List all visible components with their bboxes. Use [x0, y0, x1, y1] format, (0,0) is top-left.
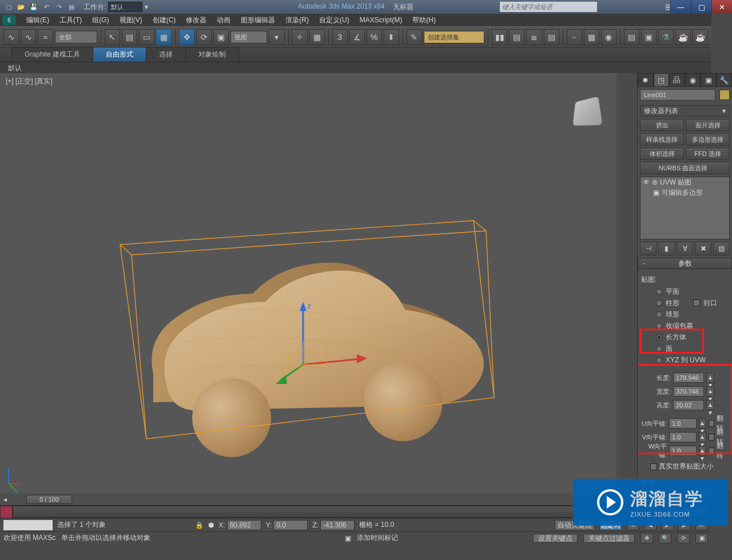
modifier-stack[interactable]: 👁⊕UVW 贴图 ▣可编辑多边形	[640, 177, 730, 239]
link-icon[interactable]: ∿	[3, 29, 19, 45]
menu-animation[interactable]: 动画	[212, 14, 235, 26]
ribbon-tab-graphite[interactable]: Graphite 建模工具	[11, 47, 93, 62]
pin-stack-icon[interactable]: ⊣	[640, 242, 657, 255]
menu-views[interactable]: 视图(V)	[115, 14, 147, 26]
radio-box[interactable]: 长方体	[641, 331, 729, 343]
radio-sphere[interactable]: 球形	[641, 309, 729, 320]
ribbon-tab-freeform[interactable]: 自由形式	[93, 47, 146, 62]
menu-edit[interactable]: 编辑(E)	[22, 14, 54, 26]
radio-xyz[interactable]: XYZ 到 UVW	[641, 354, 729, 366]
render-icon[interactable]: ⚗	[658, 29, 674, 45]
btn-spline-select[interactable]: 样条线选择	[640, 133, 684, 146]
time-slider-knob[interactable]: 0 / 100	[26, 495, 72, 504]
manip-icon[interactable]: ✧	[292, 29, 307, 45]
isolate-icon[interactable]: ⬢	[208, 521, 214, 529]
workspace-select[interactable]: 默认	[108, 2, 142, 12]
rollout-params[interactable]: 参数	[638, 258, 732, 269]
nav-zoom-icon[interactable]: 🔍	[659, 533, 671, 543]
tag-icon[interactable]: ▣	[345, 534, 351, 542]
ref-coord-select[interactable]: 视图	[230, 31, 267, 43]
teapot-icon[interactable]: ☕	[675, 29, 691, 45]
rotate-icon[interactable]: ⟳	[196, 29, 212, 45]
keymode-icon[interactable]: ▦	[309, 29, 325, 45]
menu-tools[interactable]: 工具(T)	[55, 14, 86, 26]
key-mode-icon[interactable]	[0, 506, 13, 518]
material-editor-icon[interactable]: ◉	[601, 29, 616, 45]
length-input[interactable]: 178.946	[673, 373, 704, 383]
new-icon[interactable]: ▢	[3, 2, 14, 12]
teapot2-icon[interactable]: ☕	[693, 29, 708, 45]
curve-editor-icon[interactable]: ⌁	[567, 29, 582, 45]
menu-help[interactable]: 帮助(H)	[408, 14, 440, 26]
make-unique-icon[interactable]: ∀	[677, 242, 693, 255]
pivot-icon[interactable]: ▾	[269, 29, 284, 45]
width-spinner[interactable]: ▴▾	[706, 386, 714, 397]
scale-icon[interactable]: ▣	[213, 29, 229, 45]
object-name-input[interactable]: Line001	[640, 89, 715, 101]
menu-customize[interactable]: 自定义(U)	[315, 14, 354, 26]
transform-gizmo[interactable]: z x y	[280, 302, 372, 393]
ribbon-tab-selection[interactable]: 选择	[146, 47, 186, 62]
btn-patch-select[interactable]: 面片选择	[686, 119, 730, 131]
layer-manager-icon[interactable]: ▤	[544, 29, 559, 45]
spinner-snap-icon[interactable]: ⬍	[384, 29, 399, 45]
coord-x-input[interactable]: 60.892	[227, 520, 261, 530]
radio-shrink[interactable]: 收缩包裹	[641, 320, 729, 331]
object-color-swatch[interactable]	[719, 90, 730, 100]
named-sets-icon[interactable]: ✎	[407, 29, 422, 45]
setkey-button[interactable]: 设置关键点	[533, 534, 578, 543]
radio-face[interactable]: 面	[641, 343, 729, 354]
modifier-list-select[interactable]: 修改器列表▾	[640, 105, 730, 117]
show-end-icon[interactable]: ▮	[658, 242, 675, 255]
wflip-checkbox[interactable]	[709, 447, 715, 454]
project-icon[interactable]: ▤	[66, 2, 77, 12]
coord-y-input[interactable]: 0.0	[273, 520, 308, 530]
named-selection-input[interactable]: 创建选择集	[424, 31, 485, 43]
render-setup-icon[interactable]: ▤	[624, 29, 639, 45]
close-button[interactable]: ✕	[711, 0, 732, 14]
vtile-input[interactable]: 1.0	[669, 432, 697, 442]
menu-group[interactable]: 组(G)	[87, 14, 113, 26]
mirror-icon[interactable]: ▮▮	[492, 29, 507, 45]
menu-maxscript[interactable]: MAXScript(M)	[355, 14, 407, 26]
radio-cyl[interactable]: 柱形 封口	[641, 297, 729, 309]
schematic-icon[interactable]: ▦	[584, 29, 599, 45]
window-crossing-icon[interactable]: ▦	[156, 29, 172, 45]
configure-icon[interactable]: ▤	[713, 242, 730, 255]
menu-create[interactable]: 创建(C)	[148, 14, 181, 26]
viewport[interactable]: [+] [正交] [真实]	[0, 73, 616, 494]
btn-vol-select[interactable]: 体积选择	[640, 147, 684, 160]
height-spinner[interactable]: ▴▾	[706, 400, 714, 410]
layers-icon[interactable]: ≣	[526, 29, 542, 45]
angle-snap-icon[interactable]: ∡	[349, 29, 365, 45]
maximize-button[interactable]: ▢	[691, 0, 711, 14]
move-icon[interactable]: ✥	[179, 29, 194, 45]
btn-extrude[interactable]: 挤出	[640, 119, 684, 131]
search-input[interactable]: 键入关键字或短语	[500, 2, 597, 12]
utile-input[interactable]: 1.0	[669, 418, 697, 429]
app-logo-icon[interactable]: 6	[2, 15, 16, 25]
nav-max-icon[interactable]: ▣	[695, 533, 708, 543]
track[interactable]	[13, 506, 665, 518]
add-time-tag[interactable]: 添加时间标记	[357, 533, 398, 543]
tab-create-icon[interactable]: ✹	[638, 73, 654, 87]
remove-mod-icon[interactable]: ✖	[695, 242, 711, 255]
wtile-input[interactable]: 1.0	[669, 446, 697, 456]
coord-z-input[interactable]: -41.306	[320, 520, 355, 530]
undo-icon[interactable]: ↶	[41, 2, 51, 12]
save-icon[interactable]: 💾	[29, 2, 39, 12]
tab-hierarchy-icon[interactable]: 品	[669, 73, 685, 87]
cap-checkbox[interactable]	[693, 299, 700, 306]
btn-ffd-select[interactable]: FFD 选择	[686, 147, 730, 160]
eye-icon[interactable]: 👁	[643, 178, 650, 186]
height-input[interactable]: 20.02	[673, 400, 704, 410]
snap3-icon[interactable]: 3	[332, 29, 348, 45]
length-spinner[interactable]: ▴▾	[706, 373, 714, 383]
btn-poly-select[interactable]: 多边形选择	[686, 133, 730, 146]
minimize-button[interactable]: —	[670, 0, 691, 14]
realworld-checkbox[interactable]	[650, 463, 657, 470]
unlink-icon[interactable]: ∿	[21, 29, 36, 45]
nav-pan-icon[interactable]: ✥	[640, 533, 653, 543]
menu-rendering[interactable]: 渲染(R)	[281, 14, 313, 26]
tab-utilities-icon[interactable]: 🔧	[717, 73, 733, 87]
